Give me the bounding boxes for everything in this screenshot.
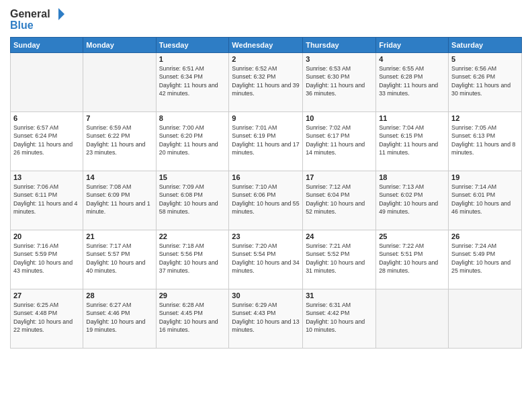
day-number: 26 <box>451 232 519 240</box>
day-cell: 15Sunrise: 7:09 AMSunset: 6:08 PMDayligh… <box>156 171 229 230</box>
day-cell: 6Sunrise: 6:57 AMSunset: 6:24 PMDaylight… <box>11 112 83 171</box>
day-info: Sunrise: 7:16 AMSunset: 5:59 PMDaylight:… <box>13 242 80 275</box>
weekday-header-thursday: Thursday <box>303 38 376 53</box>
day-info: Sunrise: 7:01 AMSunset: 6:19 PMDaylight:… <box>232 124 300 156</box>
weekday-header-wednesday: Wednesday <box>229 38 303 53</box>
weekday-header-friday: Friday <box>376 38 449 53</box>
day-info: Sunrise: 7:20 AMSunset: 5:54 PMDaylight:… <box>232 242 300 275</box>
logo-text: General Blue <box>10 7 66 32</box>
weekday-header-tuesday: Tuesday <box>156 38 229 53</box>
day-cell: 23Sunrise: 7:20 AMSunset: 5:54 PMDayligh… <box>229 230 303 289</box>
day-info: Sunrise: 7:09 AMSunset: 6:08 PMDaylight:… <box>159 183 226 216</box>
svg-marker-0 <box>58 8 64 20</box>
day-cell: 8Sunrise: 7:00 AMSunset: 6:20 PMDaylight… <box>156 112 229 171</box>
day-cell: 20Sunrise: 7:16 AMSunset: 5:59 PMDayligh… <box>11 230 83 289</box>
day-cell: 9Sunrise: 7:01 AMSunset: 6:19 PMDaylight… <box>229 112 303 171</box>
day-cell: 5Sunrise: 6:56 AMSunset: 6:26 PMDaylight… <box>449 53 522 112</box>
day-cell: 26Sunrise: 7:24 AMSunset: 5:49 PMDayligh… <box>449 230 522 289</box>
day-number: 29 <box>159 291 226 300</box>
day-cell: 28Sunrise: 6:27 AMSunset: 4:46 PMDayligh… <box>83 289 156 349</box>
day-number: 4 <box>379 55 445 63</box>
day-cell: 29Sunrise: 6:28 AMSunset: 4:45 PMDayligh… <box>156 289 229 349</box>
page: General Blue SundayMondayTuesdayWednesda… <box>0 0 532 411</box>
day-info: Sunrise: 7:02 AMSunset: 6:17 PMDaylight:… <box>306 124 373 156</box>
week-row-1: 1Sunrise: 6:51 AMSunset: 6:34 PMDaylight… <box>11 53 522 112</box>
day-cell: 19Sunrise: 7:14 AMSunset: 6:01 PMDayligh… <box>449 171 522 230</box>
week-row-5: 27Sunrise: 6:25 AMSunset: 4:48 PMDayligh… <box>11 289 522 349</box>
day-info: Sunrise: 6:57 AMSunset: 6:24 PMDaylight:… <box>13 124 80 156</box>
day-cell: 18Sunrise: 7:13 AMSunset: 6:02 PMDayligh… <box>376 171 449 230</box>
day-number: 21 <box>86 232 152 240</box>
weekday-header-saturday: Saturday <box>449 38 522 53</box>
day-number: 13 <box>13 173 80 181</box>
day-cell <box>376 289 449 349</box>
day-number: 27 <box>13 291 80 300</box>
logo-general: General <box>10 8 50 20</box>
day-number: 24 <box>306 232 373 240</box>
day-number: 15 <box>159 173 226 181</box>
day-number: 5 <box>451 55 519 63</box>
logo: General Blue <box>10 7 66 32</box>
day-cell: 2Sunrise: 6:52 AMSunset: 6:32 PMDaylight… <box>229 53 303 112</box>
header: General Blue <box>10 7 522 32</box>
day-cell: 3Sunrise: 6:53 AMSunset: 6:30 PMDaylight… <box>303 53 376 112</box>
week-row-4: 20Sunrise: 7:16 AMSunset: 5:59 PMDayligh… <box>11 230 522 289</box>
day-info: Sunrise: 7:17 AMSunset: 5:57 PMDaylight:… <box>86 242 152 275</box>
day-cell: 17Sunrise: 7:12 AMSunset: 6:04 PMDayligh… <box>303 171 376 230</box>
day-cell: 7Sunrise: 6:59 AMSunset: 6:22 PMDaylight… <box>83 112 156 171</box>
logo-flag-icon <box>51 7 66 21</box>
day-cell <box>83 53 156 112</box>
day-number: 1 <box>159 55 226 63</box>
day-info: Sunrise: 7:08 AMSunset: 6:09 PMDaylight:… <box>86 183 152 216</box>
day-cell <box>11 53 83 112</box>
day-info: Sunrise: 6:52 AMSunset: 6:32 PMDaylight:… <box>232 64 300 97</box>
day-number: 14 <box>86 173 152 181</box>
day-number: 9 <box>232 114 300 122</box>
day-cell: 27Sunrise: 6:25 AMSunset: 4:48 PMDayligh… <box>11 289 83 349</box>
day-info: Sunrise: 6:59 AMSunset: 6:22 PMDaylight:… <box>86 124 152 156</box>
day-info: Sunrise: 7:21 AMSunset: 5:52 PMDaylight:… <box>306 242 373 275</box>
weekday-header-sunday: Sunday <box>11 38 83 53</box>
day-number: 3 <box>306 55 373 63</box>
day-cell: 4Sunrise: 6:55 AMSunset: 6:28 PMDaylight… <box>376 53 449 112</box>
day-cell: 1Sunrise: 6:51 AMSunset: 6:34 PMDaylight… <box>156 53 229 112</box>
day-info: Sunrise: 6:28 AMSunset: 4:45 PMDaylight:… <box>159 301 226 334</box>
weekday-header-row: SundayMondayTuesdayWednesdayThursdayFrid… <box>11 38 522 53</box>
day-info: Sunrise: 6:31 AMSunset: 4:42 PMDaylight:… <box>306 301 373 334</box>
day-number: 6 <box>13 114 80 122</box>
calendar-header: SundayMondayTuesdayWednesdayThursdayFrid… <box>11 38 522 53</box>
day-number: 31 <box>306 291 373 300</box>
day-info: Sunrise: 7:00 AMSunset: 6:20 PMDaylight:… <box>159 124 226 156</box>
day-cell: 31Sunrise: 6:31 AMSunset: 4:42 PMDayligh… <box>303 289 376 349</box>
day-number: 10 <box>306 114 373 122</box>
day-cell: 30Sunrise: 6:29 AMSunset: 4:43 PMDayligh… <box>229 289 303 349</box>
day-info: Sunrise: 7:12 AMSunset: 6:04 PMDaylight:… <box>306 183 373 216</box>
day-number: 2 <box>232 55 300 63</box>
day-number: 16 <box>232 173 300 181</box>
day-cell: 13Sunrise: 7:06 AMSunset: 6:11 PMDayligh… <box>11 171 83 230</box>
day-number: 19 <box>451 173 519 181</box>
day-cell: 11Sunrise: 7:04 AMSunset: 6:15 PMDayligh… <box>376 112 449 171</box>
calendar-body: 1Sunrise: 6:51 AMSunset: 6:34 PMDaylight… <box>11 53 522 349</box>
day-number: 30 <box>232 291 300 300</box>
week-row-3: 13Sunrise: 7:06 AMSunset: 6:11 PMDayligh… <box>11 171 522 230</box>
day-cell: 22Sunrise: 7:18 AMSunset: 5:56 PMDayligh… <box>156 230 229 289</box>
day-number: 22 <box>159 232 226 240</box>
day-info: Sunrise: 7:18 AMSunset: 5:56 PMDaylight:… <box>159 242 226 275</box>
day-info: Sunrise: 6:56 AMSunset: 6:26 PMDaylight:… <box>451 64 519 97</box>
day-info: Sunrise: 6:55 AMSunset: 6:28 PMDaylight:… <box>379 64 445 97</box>
day-number: 8 <box>159 114 226 122</box>
day-number: 28 <box>86 291 152 300</box>
calendar-table: SundayMondayTuesdayWednesdayThursdayFrid… <box>10 37 522 349</box>
day-info: Sunrise: 7:22 AMSunset: 5:51 PMDaylight:… <box>379 242 445 275</box>
day-cell <box>449 289 522 349</box>
day-info: Sunrise: 6:53 AMSunset: 6:30 PMDaylight:… <box>306 64 373 97</box>
day-number: 11 <box>379 114 445 122</box>
day-info: Sunrise: 6:25 AMSunset: 4:48 PMDaylight:… <box>13 301 80 334</box>
day-info: Sunrise: 6:29 AMSunset: 4:43 PMDaylight:… <box>232 301 300 334</box>
day-info: Sunrise: 6:27 AMSunset: 4:46 PMDaylight:… <box>86 301 152 334</box>
day-number: 23 <box>232 232 300 240</box>
day-cell: 25Sunrise: 7:22 AMSunset: 5:51 PMDayligh… <box>376 230 449 289</box>
day-cell: 16Sunrise: 7:10 AMSunset: 6:06 PMDayligh… <box>229 171 303 230</box>
day-number: 12 <box>451 114 519 122</box>
